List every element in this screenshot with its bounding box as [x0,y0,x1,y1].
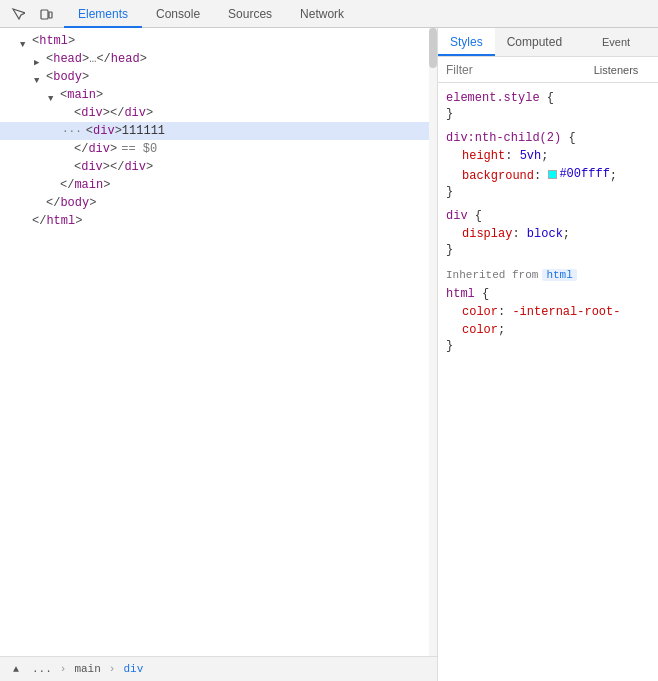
device-toolbar-button[interactable] [34,2,58,26]
dom-line-div2-close[interactable]: </div>== $0 [0,140,437,158]
triangle-html[interactable] [20,36,30,46]
rule-prop-color[interactable]: color: -internal-root-color; [446,303,650,339]
dom-line-div3[interactable]: <div></div> [0,158,437,176]
dom-breadcrumb-bar: ▲ ... › main › div [0,656,437,681]
toolbar-icons [0,2,64,26]
breadcrumb-main[interactable]: main [70,662,104,676]
rule-close-div: } [446,243,650,257]
tab-network[interactable]: Network [286,0,358,28]
rule-selector-element-style[interactable]: element.style { [446,89,650,107]
dom-line-html[interactable]: <html> [0,32,437,50]
rule-prop-height[interactable]: height: 5vh; [446,147,650,165]
color-swatch-cyan[interactable] [548,170,557,179]
dom-line-div2-open[interactable]: ··· <div>111111 [0,122,437,140]
dom-line-main-close[interactable]: </main> [0,176,437,194]
dom-line-main[interactable]: <main> [0,86,437,104]
inherited-from-tag[interactable]: html [542,269,576,281]
rule-close-element-style: } [446,107,650,121]
scroll-thumb[interactable] [429,28,437,68]
dom-panel: <html> <head>…</head> <body> <main> <div… [0,28,438,681]
rule-prop-display[interactable]: display: block; [446,225,650,243]
styles-content: element.style { } div:nth-child(2) { hei… [438,83,658,681]
svg-rect-1 [49,12,52,18]
select-element-button[interactable] [6,2,30,26]
inherited-header: Inherited from html [438,265,658,285]
rule-close-html: } [446,339,650,353]
rule-selector-div[interactable]: div { [446,207,650,225]
breadcrumb-div[interactable]: div [119,662,147,676]
dom-line-head[interactable]: <head>…</head> [0,50,437,68]
triangle-main[interactable] [48,90,58,100]
styles-panel: Styles Computed Event Listeners element.… [438,28,658,681]
tab-computed[interactable]: Computed [495,28,574,56]
rule-close-nth-child: } [446,185,650,199]
dom-tree: <html> <head>…</head> <body> <main> <div… [0,28,437,656]
main-tabs: Elements Console Sources Network [64,0,358,28]
tab-styles[interactable]: Styles [438,28,495,56]
rule-nth-child: div:nth-child(2) { height: 5vh; backgrou… [438,129,658,207]
filter-input[interactable] [446,63,650,77]
rule-selector-html[interactable]: html { [446,285,650,303]
dots-before[interactable]: ··· [62,122,82,140]
tab-sources[interactable]: Sources [214,0,286,28]
devtools-body: <html> <head>…</head> <body> <main> <div… [0,28,658,681]
triangle-head[interactable] [34,54,44,64]
rule-div: div { display: block; } [438,207,658,265]
devtools-toolbar: Elements Console Sources Network [0,0,658,28]
triangle-body[interactable] [34,72,44,82]
dom-line-div1[interactable]: <div></div> [0,104,437,122]
rule-prop-background[interactable]: background: #00ffff ; [446,165,650,185]
styles-tabs: Styles Computed Event Listeners [438,28,658,57]
rule-element-style: element.style { } [438,89,658,129]
rule-html: html { color: -internal-root-color; } [438,285,658,361]
tab-elements[interactable]: Elements [64,0,142,28]
dom-line-body-close[interactable]: </body> [0,194,437,212]
breadcrumb-dots[interactable]: ... [28,662,56,676]
filter-bar [438,57,658,83]
scrollbar[interactable] [429,28,437,656]
tab-console[interactable]: Console [142,0,214,28]
breadcrumb-up-arrow[interactable]: ▲ [8,661,24,677]
svg-rect-0 [41,10,48,19]
dom-line-body[interactable]: <body> [0,68,437,86]
tab-event-listeners[interactable]: Event Listeners [574,28,658,56]
dom-line-html-close[interactable]: </html> [0,212,437,230]
rule-selector-nth-child[interactable]: div:nth-child(2) { [446,129,650,147]
